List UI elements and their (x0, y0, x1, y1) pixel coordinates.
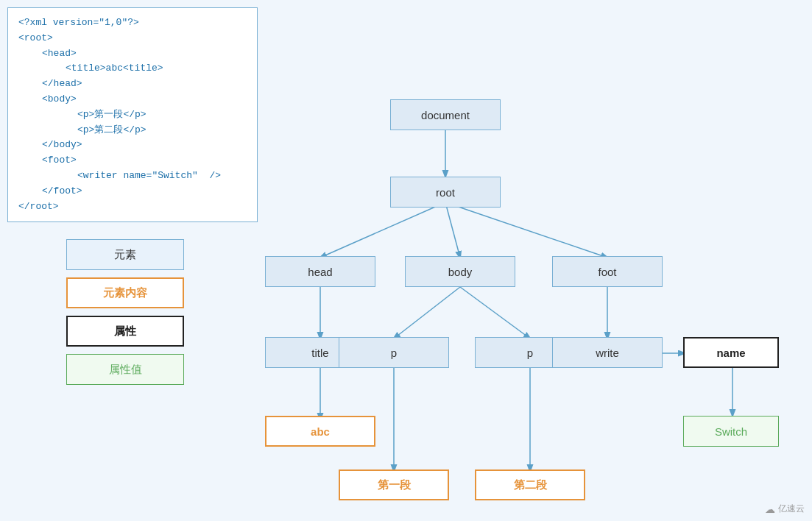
svg-line-2 (445, 202, 460, 258)
xml-line: <foot> (18, 153, 247, 169)
xml-line: <root> (18, 31, 247, 46)
node-p1: p (339, 337, 449, 368)
node-head: head (265, 256, 375, 287)
svg-line-5 (394, 287, 460, 339)
legend-attrval: 属性值 (66, 354, 184, 385)
watermark: ☁ 亿速云 (765, 503, 805, 515)
node-body: body (405, 256, 515, 287)
node-write: write (552, 337, 663, 368)
node-para1: 第一段 (339, 469, 449, 500)
xml-line: </foot> (18, 184, 247, 199)
xml-line: <head> (18, 46, 247, 62)
svg-line-1 (320, 202, 445, 258)
xml-line: </root> (18, 199, 247, 215)
xml-panel: <?xml version="1,0"?> <root> <head> <tit… (7, 7, 258, 222)
node-foot: foot (552, 256, 663, 287)
node-document: document (390, 99, 501, 130)
svg-line-6 (460, 287, 530, 339)
svg-line-3 (445, 202, 607, 258)
legend-panel: 元素 元素内容 属性 属性值 (66, 239, 184, 385)
legend-element: 元素 (66, 239, 184, 270)
node-name: name (683, 337, 779, 368)
tree-area: document root head body foot title p p w… (265, 0, 810, 521)
xml-line: <p>第二段</p> (18, 123, 247, 138)
xml-line: <p>第一段</p> (18, 107, 247, 123)
node-switch: Switch (683, 416, 779, 447)
xml-line: <?xml version="1,0"?> (18, 15, 247, 31)
node-para2: 第二段 (475, 469, 585, 500)
xml-line: </body> (18, 138, 247, 153)
xml-line: <writer name="Switch" /> (18, 169, 247, 184)
xml-line: <body> (18, 92, 247, 107)
legend-attr: 属性 (66, 316, 184, 347)
xml-line: </head> (18, 77, 247, 92)
legend-content: 元素内容 (66, 277, 184, 308)
node-root: root (390, 177, 501, 208)
node-abc: abc (265, 416, 375, 447)
xml-line: <title>abc<title> (18, 61, 247, 77)
